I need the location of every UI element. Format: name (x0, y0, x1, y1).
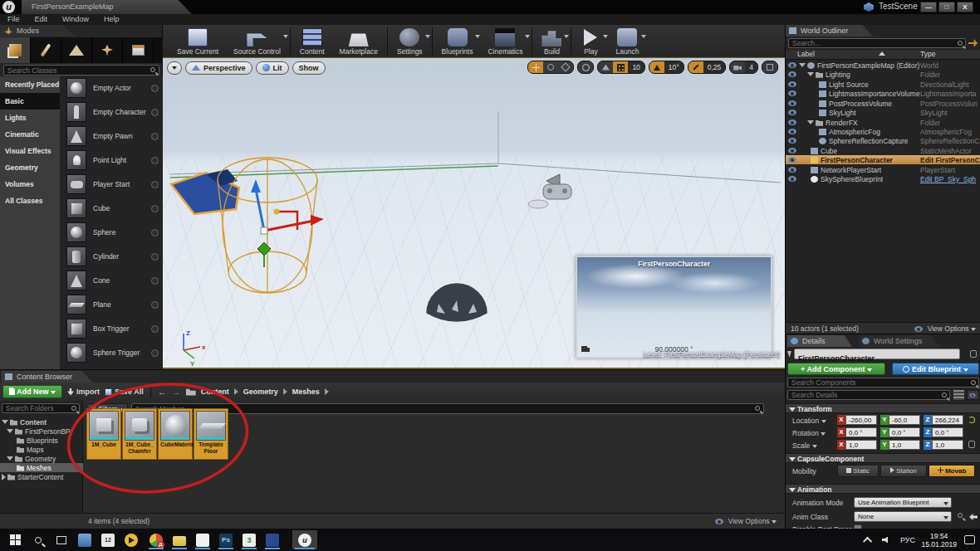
paint-mode-tab[interactable] (31, 37, 61, 63)
category-volumes[interactable]: Volumes (0, 176, 60, 193)
category-geometry[interactable]: Geometry (0, 159, 60, 176)
location-z-input[interactable]: 266,224 (932, 415, 963, 425)
add-new-button[interactable]: Add New (2, 385, 62, 398)
chevron-down-icon[interactable] (641, 35, 646, 38)
tray-chevron[interactable] (865, 529, 872, 551)
rotation-label[interactable]: Rotation (792, 429, 826, 437)
blueprints-button[interactable]: Blueprints (434, 25, 481, 57)
capsule-component-header[interactable]: CapsuleComponent (786, 453, 980, 463)
menu-file[interactable]: File (0, 14, 27, 24)
menu-edit[interactable]: Edit (27, 14, 56, 24)
visibility-eye-icon[interactable] (788, 71, 796, 77)
rotation-snap-toggle[interactable] (649, 61, 664, 74)
place-item-empty-character[interactable]: Empty Character (60, 100, 163, 124)
lit-mode-button[interactable]: Lit (256, 61, 289, 75)
category-visual-effects[interactable]: Visual Effects (0, 143, 60, 159)
place-item-empty-pawn[interactable]: Empty Pawn (60, 124, 163, 149)
place-item-cube[interactable]: Cube (60, 197, 163, 221)
use-selected-arrow-icon[interactable] (969, 514, 978, 520)
reset-location-icon[interactable] (968, 417, 975, 423)
outliner-view-options[interactable]: View Options (912, 324, 976, 333)
drag-grip-icon[interactable] (151, 85, 159, 92)
expand-icon[interactable] (2, 420, 8, 424)
animation-section-header[interactable]: Animation (786, 484, 980, 494)
new-folder-icon[interactable] (968, 39, 978, 47)
tree-item-blueprints[interactable]: Blueprints (0, 436, 83, 445)
scale-lock-icon[interactable] (968, 441, 975, 448)
outliner-row[interactable]: FirstPersonExampleMap (Editor)World (786, 61, 980, 70)
viewport-options-dropdown[interactable] (167, 61, 182, 75)
perspective-button[interactable]: Perspective (185, 61, 252, 75)
place-item-sphere[interactable]: Sphere (60, 221, 163, 245)
details-tab[interactable]: Details (787, 335, 852, 347)
save-current-button[interactable]: Save Current (169, 25, 226, 57)
scale-snap-toggle[interactable] (688, 61, 703, 74)
media-app-button[interactable] (121, 530, 141, 549)
edit-blueprint-button[interactable]: Edit Blueprint (892, 363, 979, 375)
outliner-row-selected[interactable]: FirstPersonCharacterEdit FirstPersonC (786, 155, 980, 164)
import-button[interactable]: Import (67, 388, 100, 396)
calendar-app-button[interactable]: 12 (98, 530, 118, 549)
tree-item-geometry[interactable]: Geometry (0, 454, 83, 463)
visibility-eye-icon[interactable] (788, 157, 796, 163)
drag-grip-icon[interactable] (151, 277, 159, 285)
camera-speed-value[interactable]: 4 (745, 61, 757, 74)
location-y-input[interactable]: -60,0 (889, 415, 920, 425)
world-settings-tab[interactable]: World Settings (859, 335, 940, 347)
outliner-row[interactable]: SkySphereBlueprintEdit BP_Sky_Sph (786, 174, 980, 183)
category-cinematic[interactable]: Cinematic (0, 126, 60, 143)
asset-1m-cube[interactable]: 1M_Cube (86, 408, 121, 460)
camera-speed-button[interactable] (730, 61, 745, 74)
mobility-static-button[interactable]: Static (837, 465, 879, 477)
edit-blueprint-link[interactable]: Edit BP_Sky_Sph (920, 175, 980, 183)
outliner-row[interactable]: NetworkPlayerStartPlayerStart (786, 165, 980, 174)
outliner-row[interactable]: CubeStaticMeshActor (786, 146, 980, 155)
surface-snap-button[interactable] (598, 61, 613, 74)
drag-grip-icon[interactable] (151, 181, 159, 188)
asset-1m-cube-chamfer[interactable]: 1M_Cube_ Chamfer (122, 408, 157, 460)
drag-grip-icon[interactable] (151, 157, 159, 164)
rotation-snap-value[interactable]: 10° (664, 61, 684, 74)
drag-grip-icon[interactable] (151, 349, 159, 357)
chevron-down-icon[interactable] (525, 35, 530, 38)
geometry-mode-tab[interactable] (123, 37, 154, 63)
scale-x-input[interactable]: 1,0 (845, 440, 877, 450)
rotation-z-input[interactable]: 0,0 ° (932, 427, 963, 437)
maximize-viewport-button[interactable] (762, 61, 777, 74)
place-item-box-trigger[interactable]: Box Trigger (60, 317, 163, 341)
rotation-x-input[interactable]: 0,0 ° (845, 427, 877, 437)
outliner-column-header[interactable]: Label Type (786, 50, 980, 60)
mobility-stationary-button[interactable]: Station (880, 465, 927, 477)
category-lights[interactable]: Lights (0, 110, 60, 126)
cb-view-options[interactable]: View Options (713, 517, 777, 525)
pin-icon[interactable] (787, 351, 791, 358)
search-classes-input[interactable] (4, 66, 159, 75)
close-button[interactable]: X (957, 2, 973, 12)
visibility-eye-icon[interactable] (788, 62, 796, 68)
outliner-row[interactable]: AtmosphericFogAtmosphericFog (786, 127, 980, 136)
chevron-down-icon[interactable] (564, 35, 569, 38)
blue-app-button[interactable] (262, 530, 282, 549)
drag-grip-icon[interactable] (151, 325, 159, 333)
cinematics-button[interactable]: Cinematics (480, 25, 530, 57)
expand-icon[interactable] (7, 456, 13, 461)
place-item-plane[interactable]: Plane (60, 293, 163, 317)
play-button[interactable]: Play (573, 25, 608, 57)
breadcrumb-geometry[interactable]: Geometry (243, 388, 278, 396)
start-button[interactable] (5, 530, 25, 549)
tree-item-firstpersonbp[interactable]: FirstPersonBP (0, 427, 83, 436)
scale-label[interactable]: Scale (792, 441, 817, 450)
forward-button[interactable]: → (172, 387, 181, 397)
scale-snap-value[interactable]: 0,25 (703, 61, 726, 74)
breadcrumb-meshes[interactable]: Meshes (292, 388, 320, 396)
outliner-row[interactable]: LightmassImportanceVolumeLightmassImport… (786, 89, 980, 98)
visibility-eye-icon[interactable] (788, 100, 796, 106)
minimize-button[interactable]: — (920, 2, 937, 12)
actor-name-input[interactable] (795, 354, 959, 363)
search-components-input[interactable] (788, 378, 978, 387)
grid-snap-value[interactable]: 10 (628, 61, 644, 74)
label-column-header[interactable]: Label (797, 50, 815, 58)
unreal-engine-taskbar-button[interactable]: u (292, 530, 317, 549)
world-local-toggle[interactable] (578, 61, 593, 74)
viewport[interactable]: Z x Y Perspective Lit Show (163, 58, 785, 369)
